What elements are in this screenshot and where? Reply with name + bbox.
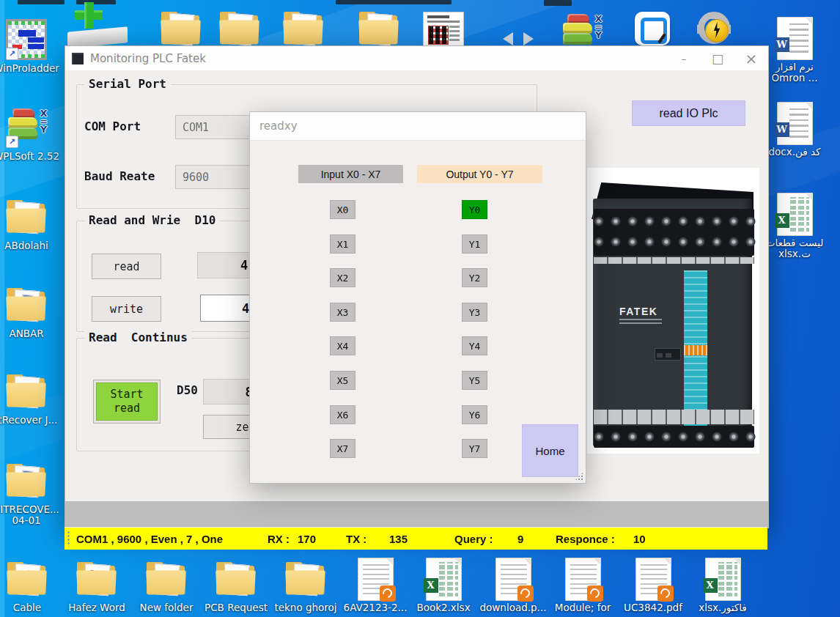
plc-brand-subtext [619,319,662,325]
desktop-icon-نرم-افزار[interactable]: Wنرم افزارOmron ... [758,16,831,84]
desktop-icon-module-for[interactable]: Module; for [548,557,618,613]
desktop-icon-cable[interactable]: Cable [0,557,62,613]
input-indicator-x7[interactable]: X7 [330,439,355,458]
gear-bolt-icon[interactable] [693,12,740,47]
shortcut-arrow-icon: ↗ [6,136,18,148]
desktop-icon-tekno-ghoroj[interactable]: tekno ghoroj [270,557,341,613]
input-indicator-x2[interactable]: X2 [330,268,355,287]
read-io-plc-button[interactable]: read IO Plc [632,100,745,126]
input-indicator-x6[interactable]: X6 [330,405,355,424]
folder-icon[interactable] [160,12,202,46]
com-port-label: COM Port [84,119,141,133]
drive-plus-icon[interactable] [67,10,133,45]
icon-label: Omron ... [771,73,817,84]
folder-docs-icon [4,195,48,239]
plc-screws [591,427,756,446]
folder-icon[interactable] [218,12,261,46]
excel-icon: X [773,192,817,236]
output-indicator-y5[interactable]: Y5 [462,371,487,390]
icon-label: New folder [140,602,194,613]
word-icon: W [773,16,817,60]
folder-atom-icon [214,557,258,601]
output-header-button[interactable]: Output Y0 - Y7 [417,165,542,183]
icon-label: Module; for [555,602,611,613]
output-indicator-y4[interactable]: Y4 [462,336,487,355]
plc-screws [591,212,756,231]
folder-icon[interactable] [282,12,325,46]
input-indicator-x0[interactable]: X0 [330,200,355,219]
output-indicator-y6[interactable]: Y6 [462,405,487,424]
read-continus-legend: Read Continus [84,330,192,344]
input-indicator-x4[interactable]: X4 [330,336,355,355]
desktop-icon-new-folder[interactable]: New folder [131,557,202,613]
folder-cd-icon [144,557,188,601]
output-indicator-y0[interactable]: Y0 [462,200,487,219]
responce-label: Responce : [556,533,615,545]
window-bottom-strip [65,501,768,528]
folder-redbook-icon [5,557,49,601]
icon-label: 04-01 [0,515,59,526]
input-indicator-x3[interactable]: X3 [330,303,355,322]
desktop-icon-wplsoft-2-52[interactable]: X=Y↗WPLSoft 2.52 [0,106,62,162]
desktop-icon-download-p[interactable]: download.p... [478,557,548,613]
serial-status-bar: COM1 , 9600 , Even , 7 , One RX : 170 TX… [65,527,767,550]
close-icon[interactable]: × [734,46,768,70]
excel-icon: X [701,557,745,601]
desktop-icon-كد-فن-docx[interactable]: Wكد فن.docx [758,101,831,158]
output-indicator-y7[interactable]: Y7 [462,439,487,458]
icon-label: 6AV2123-2... [344,602,408,613]
desktop-icon-abdolahi[interactable]: ABdolahi [0,195,62,251]
desktop-icon-anbar[interactable]: ANBAR [0,283,62,339]
home-button[interactable]: Home [522,424,578,477]
input-indicator-x5[interactable]: X5 [330,371,355,390]
desktop-icon-فاكتور-xlsx[interactable]: Xفاكتور.xlsx [688,557,758,613]
desktop-icon-book2-xlsx[interactable]: XBook2.xlsx [408,557,479,613]
input-header-button[interactable]: Input X0 - X7 [298,165,403,183]
start-read-button[interactable]: Start read [93,380,161,424]
status-grip[interactable] [67,531,71,547]
icon-label: نرم افزار [771,62,817,73]
desktop-icon-hafez-word[interactable]: Hafez Word [62,557,132,613]
baud-rate-select[interactable]: 9600 [175,165,261,189]
icon-label: ت.xlsx [766,248,824,259]
query-label: Query : [454,533,493,545]
maximize-icon[interactable]: □ [701,46,734,70]
desktop-icon-pcb-request[interactable]: PCB Request [201,557,271,613]
icon-label: BITRECOVE... [0,504,59,515]
main-window-titlebar[interactable]: Monitoring PLC Fatek – □ × [65,46,768,70]
desktop-icon-ليست-قطعات[interactable]: Xليست قطعاتت.xlsx [758,192,831,259]
desktop-icon-bitrecove[interactable]: BITRECOVE...04-01 [0,459,62,526]
output-indicator-y2[interactable]: Y2 [462,268,487,287]
folder-books-icon [75,557,119,601]
input-indicator-x1[interactable]: X1 [330,234,355,254]
icon-label: tekno ghoroj [274,602,336,613]
minimize-icon[interactable]: – [667,46,701,70]
desktop-icon-itrecover-j[interactable]: itRecover J... [0,369,62,426]
output-indicator-y1[interactable]: Y1 [462,234,487,254]
icon-label: Book2.xlsx [416,602,470,613]
doc-grid-icon[interactable] [423,12,464,48]
rx-value: 170 [298,533,316,545]
readxy-dialog: readxy Input X0 - X7 Output Y0 - Y7 X0X1… [249,111,586,484]
readxy-titlebar[interactable]: readxy [250,112,586,141]
nav-arrows-icon[interactable] [503,32,534,45]
folder-icon[interactable] [358,12,400,46]
read-button[interactable]: read [92,254,161,279]
app-icon [72,53,84,64]
wplsoft-icon: X=Y↗ [4,106,48,149]
output-indicator-y3[interactable]: Y3 [462,303,487,322]
folder-stamp-icon [284,557,328,601]
plc-model-tag [684,345,707,355]
com-port-select[interactable]: COM1 [175,115,261,139]
query-value: 9 [517,533,523,545]
desktop-icon-uc3842-pdf[interactable]: UC3842.pdf [618,557,688,613]
readxy-title: readxy [259,119,298,133]
app-square-icon[interactable] [635,12,670,45]
write-button[interactable]: write [92,296,161,322]
clipped-label-fragment [18,0,65,4]
icon-label: ANBAR [9,328,43,339]
desktop-icon-6av2123-2[interactable]: 6AV2123-2... [340,557,410,613]
desktop-icon-winproladder[interactable]: ↗WinProladder [0,18,62,74]
icon-label: WinProladder [0,63,59,74]
plc-port [655,348,681,361]
